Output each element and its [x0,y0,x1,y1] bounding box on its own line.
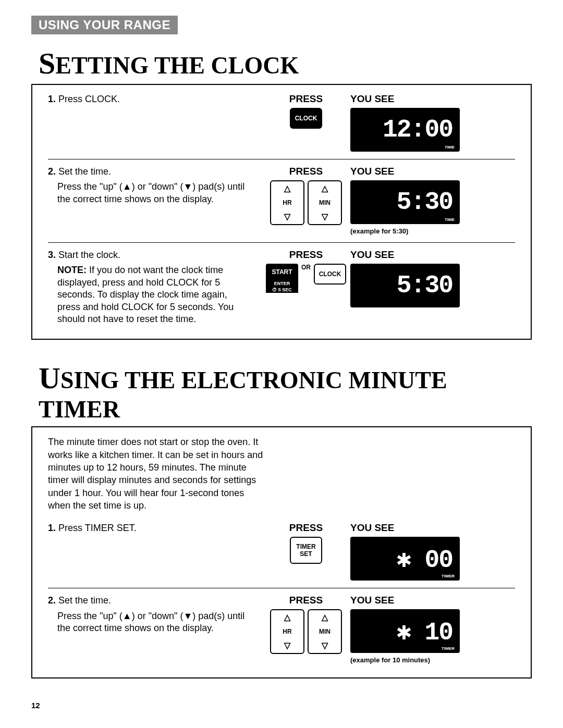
down-arrow-icon: ▽ [322,641,328,650]
press-header: PRESS [262,166,350,177]
clock-button[interactable]: CLOCK [290,108,322,129]
you-see-header: YOU SEE [350,522,515,534]
heading-setting-clock: SETTING THE CLOCK [39,46,532,81]
timer-step-1: 1. Press TIMER SET. PRESS TIMER SET YOU … [48,522,515,581]
press-header: PRESS [262,249,350,261]
press-header: PRESS [262,595,350,606]
start-enter-button[interactable]: START ENTER ⏱ 5 SEC [266,264,298,293]
heading-minute-timer: USING THE ELECTRONIC MINUTE TIMER [39,361,532,423]
clock-step-1: 1. Press CLOCK. PRESS CLOCK YOU SEE 12:0… [48,93,515,152]
hr-up-down-button[interactable]: △ HR ▽ [270,180,304,225]
you-see-header: YOU SEE [350,249,515,261]
press-header: PRESS [262,522,350,534]
min-up-down-button[interactable]: △ MIN ▽ [308,609,342,654]
instruction-text: 1. Press TIMER SET. [48,522,262,534]
up-arrow-icon: △ [284,184,290,193]
instruction-text: 1. Press CLOCK. [48,93,262,105]
timer-instructions-box: The minute timer does not start or stop … [31,426,532,678]
page-number: 12 [31,701,40,710]
clock-instructions-box: 1. Press CLOCK. PRESS CLOCK YOU SEE 12:0… [31,84,532,340]
timer-set-button[interactable]: TIMER SET [290,537,322,564]
timer-intro-text: The minute timer does not start or stop … [48,436,267,512]
section-header: USING YOUR RANGE [31,16,178,34]
up-arrow-icon: △ [322,613,328,622]
or-label: OR [301,264,311,271]
display-clock-530: 5:30 TIME [350,180,460,224]
timer-step-2: 2. Set the time. Press the "up" (▲) or "… [48,588,515,664]
display-clock-530-final: 5:30 [350,264,460,307]
down-arrow-icon: ▽ [284,641,290,650]
you-see-header: YOU SEE [350,166,515,177]
clock-step-3: 3. Start the clock. NOTE: If you do not … [48,242,515,325]
you-see-header: YOU SEE [350,595,515,606]
clock-button-outline[interactable]: CLOCK [314,264,346,285]
up-arrow-icon: △ [322,184,328,193]
example-note: (example for 10 minutes) [350,656,515,664]
you-see-header: YOU SEE [350,93,515,105]
instruction-text: 2. Set the time. Press the "up" (▲) or "… [48,595,262,634]
down-arrow-icon: ▽ [322,213,328,221]
example-note: (example for 5:30) [350,227,515,235]
press-header: PRESS [262,93,350,105]
display-timer-10: ✱ 10 TIMER [350,609,460,653]
hr-up-down-button[interactable]: △ HR ▽ [270,609,304,654]
clock-step-2: 2. Set the time. Press the "up" (▲) or "… [48,159,515,235]
min-up-down-button[interactable]: △ MIN ▽ [308,180,342,225]
display-timer-00: ✱ 00 TIMER [350,537,460,581]
instruction-text: 3. Start the clock. NOTE: If you do not … [48,249,262,325]
up-arrow-icon: △ [284,613,290,622]
display-clock-1200: 12:00 TIME [350,108,460,152]
page: USING YOUR RANGE SETTING THE CLOCK 1. Pr… [0,0,563,728]
down-arrow-icon: ▽ [284,213,290,221]
instruction-text: 2. Set the time. Press the "up" (▲) or "… [48,166,262,205]
